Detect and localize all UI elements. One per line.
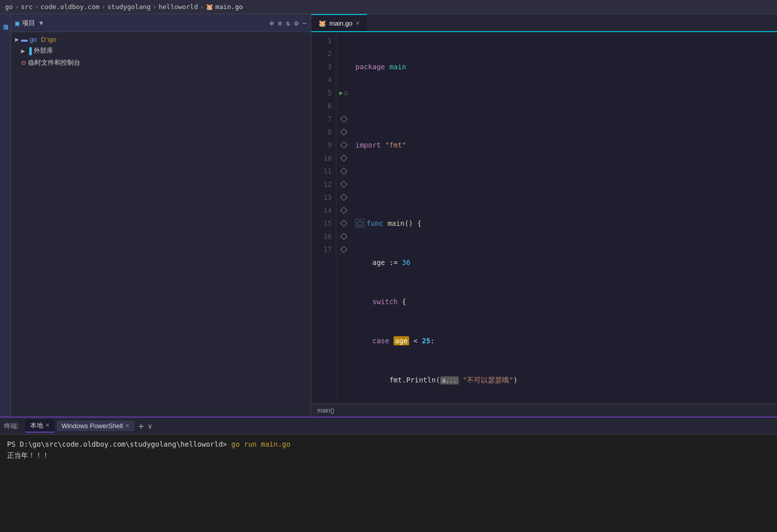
bc-studygolang[interactable]: studygolang [107,3,151,11]
gutter-9[interactable] [336,139,351,152]
bc-filename: main.go [215,3,243,11]
panel-icon: ▣ [15,19,19,27]
bc-domain[interactable]: code.oldboy.com [41,3,99,11]
control-icon-temp: ⊙ [21,59,26,66]
terminal-chevron-icon[interactable]: ∨ [148,422,152,430]
code-editor: 1 2 3 4 5 6 7 8 9 10 11 12 13 14 15 16 1… [311,32,777,404]
gutter-11[interactable] [336,165,351,178]
collapse-icon[interactable]: ≡ [278,19,282,27]
gutter-6 [336,99,351,112]
terminal-tab-ps-close[interactable]: ✕ [125,423,130,429]
editor-status-text: main() [317,407,334,414]
terminal-prompt-line: PS D:\go\src\code.oldboy.com\studygolang… [7,439,770,450]
gutter-8[interactable] [336,125,351,139]
ln-1: 1 [315,34,332,47]
gutter-3 [336,60,351,73]
breakpoint-12[interactable] [340,181,347,188]
breakpoint-9[interactable] [340,142,347,149]
gutter-2 [336,47,351,60]
terminal-area: 终端: 本地 ✕ Windows PowerShell ✕ + ∨ PS D:\… [0,417,777,532]
tab-main-go[interactable]: 🐹 main.go ✕ [311,14,367,31]
ln-4: 4 [315,73,332,86]
line-numbers: 1 2 3 4 5 6 7 8 9 10 11 12 13 14 15 16 1… [311,32,336,404]
editor-area: 🐹 main.go ✕ 1 2 3 4 5 6 7 8 9 10 11 12 1… [311,14,777,417]
terminal-tab-local-label: 本地 [30,421,43,430]
ln-2: 2 [315,47,332,60]
gutter-12[interactable] [336,178,351,191]
tab-file-icon: 🐹 [318,20,326,27]
breakpoint-13[interactable] [340,194,347,201]
gutter-14[interactable] [336,204,351,217]
terminal-command: go run main.go [227,440,290,448]
code-line-8: case age < 25: [355,334,777,347]
close-panel-icon[interactable]: − [303,19,307,27]
bc-sep2: › [35,3,39,11]
icon-strip-project[interactable]: 项目 [1,16,10,25]
project-panel: ▣ 项目 ▼ ⊕ ≡ ⇅ ⚙ − ▶ ▬ [11,14,311,417]
bc-helloworld[interactable]: helloworld [159,3,198,11]
breakpoint-15[interactable] [340,220,347,227]
ln-15: 15 [315,217,332,230]
tree-path-go: D:\go [41,36,56,43]
terminal-tab-local[interactable]: 本地 ✕ [25,420,55,433]
gutter-16[interactable] [336,230,351,243]
tree-item-external-libs[interactable]: ▶ ▐ 外部库 [11,45,311,57]
run-button[interactable]: ▶ [339,89,343,96]
bc-src[interactable]: src [21,3,32,11]
tab-bar: 🐹 main.go ✕ [311,14,777,32]
fmt-tag-9: a... [440,376,459,384]
breakpoint-17[interactable] [340,246,347,253]
ln-8: 8 [315,125,332,139]
gutter-10[interactable] [336,152,351,165]
bc-sep5: › [200,3,204,11]
breakpoint-14[interactable] [340,207,347,214]
bc-go[interactable]: go [5,3,13,11]
expand-icon[interactable]: ⇅ [286,19,290,27]
ln-6: 6 [315,99,332,112]
panel-header-actions: ⊕ ≡ ⇅ ⚙ − [270,19,307,27]
ln-3: 3 [315,60,332,73]
gutter-15[interactable] [336,217,351,230]
main-area: 项目 ▣ 项目 ▼ ⊕ ≡ ⇅ ⚙ − [0,14,777,417]
breakpoint-7[interactable] [340,115,347,122]
ln-17: 17 [315,243,332,256]
tree-item-temp-files[interactable]: ⊙ 临时文件和控制台 [11,57,311,69]
tree-arrow-go: ▶ [15,37,19,42]
terminal-content[interactable]: PS D:\go\src\code.oldboy.com\studygolang… [0,435,777,532]
icon-strip: 项目 [0,14,11,417]
code-line-7: switch { [355,295,777,308]
terminal-prompt-text: PS D:\go\src\code.oldboy.com\studygolang… [7,440,227,448]
terminal-tab-ps-label: Windows PowerShell [62,422,123,430]
add-icon[interactable]: ⊕ [270,19,274,27]
breakpoint-8[interactable] [340,128,347,136]
sidebar: 项目 ▣ 项目 ▼ ⊕ ≡ ⇅ ⚙ − [0,14,311,417]
terminal-tab-local-close[interactable]: ✕ [45,422,50,429]
editor-status: main() [311,404,777,417]
code-content[interactable]: package main import "fmt" ⬡func main() {… [351,32,777,404]
ln-12: 12 [315,178,332,191]
ln-13: 13 [315,191,332,204]
breakpoint-11[interactable] [340,168,347,175]
breakpoint-10[interactable] [340,155,347,162]
tab-label: main.go [329,20,352,27]
fold-icon-5[interactable]: ⬡ [344,90,348,96]
code-line-9: fmt.Println(a... "不可以瑟瑟哦") [355,373,777,386]
panel-dropdown-icon[interactable]: ▼ [39,20,43,27]
settings-icon[interactable]: ⚙ [294,19,298,27]
terminal-tab-powershell[interactable]: Windows PowerShell ✕ [57,421,135,431]
bc-file-icon: 🐹 [206,4,213,11]
tree-arrow-libs: ▶ [21,48,25,54]
terminal-add-button[interactable]: + [137,421,146,431]
panel-header: ▣ 项目 ▼ ⊕ ≡ ⇅ ⚙ − [11,14,311,32]
gutter-17[interactable] [336,243,351,256]
breakpoint-16[interactable] [340,233,347,240]
terminal-tab-bar: 终端: 本地 ✕ Windows PowerShell ✕ + ∨ [0,418,777,435]
panel-title: 项目 [22,19,35,28]
ln-10: 10 [315,152,332,165]
gutter-13[interactable] [336,191,351,204]
tree-label-libs: 外部库 [34,46,53,55]
gutter-7[interactable] [336,112,351,125]
tab-close-icon[interactable]: ✕ [355,20,360,27]
tree-item-go[interactable]: ▶ ▬ go D:\go [11,34,311,45]
gutter-5[interactable]: ▶ ⬡ [336,86,351,99]
